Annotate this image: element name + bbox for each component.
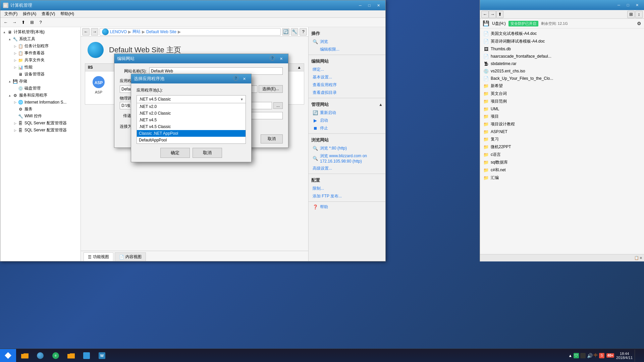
addr-defaultsite[interactable]: Default Web Site xyxy=(146,29,176,34)
file-item[interactable]: 📁 项目范例 xyxy=(481,98,643,105)
volume-icon[interactable]: 🔊 xyxy=(587,353,592,358)
start-button[interactable] xyxy=(0,349,16,362)
browse-path-button[interactable]: ... xyxy=(273,102,283,109)
notification-expand-icon[interactable]: ▲ xyxy=(568,353,572,358)
addr-help-button[interactable]: ? xyxy=(300,28,307,36)
tab-function-view[interactable]: ☰ 功能视图 xyxy=(84,252,113,261)
addr-refresh-button[interactable]: 🔄 xyxy=(282,28,289,36)
taskbar-app-explorer[interactable] xyxy=(17,350,32,362)
iis-icon-asp[interactable]: ASP ASP xyxy=(88,74,109,102)
file-item[interactable]: 📁 微机22PPT xyxy=(481,143,643,151)
tree-item-storage[interactable]: ▲ 💾 存储 xyxy=(0,78,80,85)
edit-site-cancel-button[interactable]: 取消 xyxy=(261,134,283,143)
notification-count[interactable]: 40+ xyxy=(606,353,614,358)
file-item[interactable]: 🖼 Thumbs.db xyxy=(481,45,643,53)
menu-action[interactable]: 操作(A) xyxy=(20,10,39,17)
file-item[interactable]: 📁 新希望 xyxy=(481,82,643,90)
taskbar-app-fe[interactable]: e xyxy=(48,350,63,362)
right-action-limit[interactable]: 限制... xyxy=(309,185,385,192)
menu-file[interactable]: 文件(F) xyxy=(2,10,20,17)
apppool-dropdown-selected[interactable]: .NET v4.5 Classic ▼ xyxy=(137,95,246,103)
file-item[interactable]: 📁 复习 xyxy=(481,135,643,143)
tree-item-eventviewer[interactable]: ▷ 📋 事件查看器 xyxy=(0,50,80,57)
file-item[interactable]: 📄 haarcascade_frontalface_defaul... xyxy=(481,53,643,60)
view-button[interactable]: ⊞ xyxy=(28,19,36,26)
back-button[interactable]: ← xyxy=(2,19,10,26)
tree-item-sql1[interactable]: ▷ 🗄 SQL Server 配置管理器 xyxy=(0,120,80,127)
addr-forward-button[interactable]: → xyxy=(91,28,98,36)
settings-icon[interactable]: ⚙ xyxy=(637,21,641,26)
file-item[interactable]: 📁 sql数据库 xyxy=(481,159,643,166)
addr-back-button[interactable]: ← xyxy=(82,28,90,36)
right-action-basicsettings[interactable]: 基本设置... xyxy=(309,73,385,81)
iis-collapse-button[interactable]: ▲ xyxy=(297,65,301,70)
right-action-viewapps[interactable]: 查看应用程序 xyxy=(309,81,385,89)
file-view-button[interactable]: ⊞ xyxy=(627,11,635,18)
tree-item-devmgr[interactable]: 🖥 设备管理器 xyxy=(0,71,80,78)
file-close-button[interactable]: ✕ xyxy=(633,2,641,8)
edit-site-help-button[interactable]: ? xyxy=(270,55,275,61)
addr-websites[interactable]: 网站 xyxy=(132,29,141,35)
menu-help[interactable]: 帮助(H) xyxy=(58,10,77,17)
edit-site-close-button[interactable]: ✕ xyxy=(277,55,285,62)
file-item[interactable]: 📁 c语言 xyxy=(481,151,643,159)
tree-item-services2[interactable]: ⚙ 服务 xyxy=(0,106,80,113)
file-sort-button[interactable]: ↕ xyxy=(635,11,643,18)
manageweb-collapse[interactable]: ▲ xyxy=(379,102,383,107)
select-apppool-close-button[interactable]: ✕ xyxy=(240,75,249,82)
file-back-button[interactable]: ← xyxy=(481,11,489,18)
file-item[interactable]: 📄 美国文化试卷模板-A4.doc xyxy=(481,30,643,38)
file-up-button[interactable]: ⬆ xyxy=(496,11,503,18)
file-item[interactable]: 📁 英文台词 xyxy=(481,90,643,98)
apppool-option-5[interactable]: DefaultAppPool xyxy=(137,137,246,143)
file-minimize-button[interactable]: ─ xyxy=(614,2,623,8)
right-action-browse80[interactable]: 🔍 浏览 *:80 (http) xyxy=(309,144,385,152)
file-item[interactable]: 📁 汇编 xyxy=(481,174,643,182)
right-action-browse-blizzard[interactable]: 🔍 浏览 www.blizzard.com on 172.16.105.98:8… xyxy=(309,152,385,165)
right-action-stop[interactable]: ⏹ 停止 xyxy=(309,124,385,132)
select-apppool-help-button[interactable]: ? xyxy=(233,75,238,81)
addr-tools-button[interactable]: 🔧 xyxy=(291,28,298,36)
minimize-button[interactable]: ─ xyxy=(356,2,365,9)
file-item[interactable]: 📁 项目 xyxy=(481,113,643,120)
tree-item-diskmgmt[interactable]: 💿 磁盘管理 xyxy=(0,85,80,92)
file-item[interactable]: 💿 vs2015.ent_chs.iso xyxy=(481,67,643,75)
file-item[interactable]: 📁 项目设计教程 xyxy=(481,120,643,128)
maximize-button[interactable]: □ xyxy=(365,2,374,9)
file-item[interactable]: 📄 Back_Up_Your_Files_to_the_Clo... xyxy=(481,75,643,82)
right-action-editperms[interactable]: 编辑权限... xyxy=(309,46,385,53)
select-apppool-button[interactable]: 选择(E)... xyxy=(259,85,283,93)
right-action-browse[interactable]: 🔍 浏览 xyxy=(309,38,385,46)
taskbar-app-files[interactable] xyxy=(64,350,78,362)
file-item[interactable]: 📁 UML xyxy=(481,105,643,113)
tree-item-iis[interactable]: ▷ 🌐 Internet Information S... xyxy=(0,99,80,106)
tree-item-sharedfolder[interactable]: ▷ 📁 共享文件夹 xyxy=(0,57,80,64)
right-action-start[interactable]: ▶ 启动 xyxy=(309,117,385,124)
file-forward-button[interactable]: → xyxy=(489,11,496,18)
tree-item-sql2[interactable]: ▷ 🗄 SQL Server 配置管理器 xyxy=(0,127,80,134)
up-button[interactable]: ⬆ xyxy=(19,19,27,26)
right-action-binding[interactable]: 绑定... xyxy=(309,66,385,73)
file-item[interactable]: 🗜 sbdatetime.rar xyxy=(481,60,643,67)
apppool-option-0[interactable]: .NET v2.0 xyxy=(137,103,246,110)
taskbar-app-ie[interactable] xyxy=(33,350,48,362)
tree-item-taskscheduler[interactable]: ▷ 📋 任务计划程序 xyxy=(0,43,80,50)
right-action-restart[interactable]: 🔄 重新启动 xyxy=(309,109,385,117)
show-desktop-button[interactable] xyxy=(635,350,641,362)
right-action-viewvirtdirs[interactable]: 查看虚拟目录 xyxy=(309,89,385,97)
file-item[interactable]: 📁 c#和.net xyxy=(481,166,643,174)
apppool-option-4[interactable]: Classic .NET AppPool xyxy=(137,130,246,137)
file-maximize-button[interactable]: □ xyxy=(624,2,632,8)
file-item[interactable]: 📄 英语诗词翻译试卷模板-A4.doc xyxy=(481,38,643,45)
forward-button[interactable]: → xyxy=(10,19,18,26)
addr-lenovo[interactable]: LENOVO xyxy=(110,29,127,34)
tree-item-performance[interactable]: ▷ 📊 性能 xyxy=(0,64,80,71)
right-action-help[interactable]: ❓ 帮助 xyxy=(309,203,385,211)
tree-item-systemtools[interactable]: ▲ 🔧 系统工具 xyxy=(0,36,80,43)
taskbar-app-word[interactable]: W xyxy=(95,350,109,362)
address-path[interactable]: LENOVO ▶ 网站 ▶ Default Web Site ▶ xyxy=(100,28,281,36)
help-toolbar-button[interactable]: ? xyxy=(37,19,45,26)
apppool-confirm-button[interactable]: 确定 xyxy=(160,148,190,158)
apppool-option-3[interactable]: .NET v4.5 Classic xyxy=(137,123,246,130)
taskbar-app-netmgr[interactable] xyxy=(79,350,94,362)
